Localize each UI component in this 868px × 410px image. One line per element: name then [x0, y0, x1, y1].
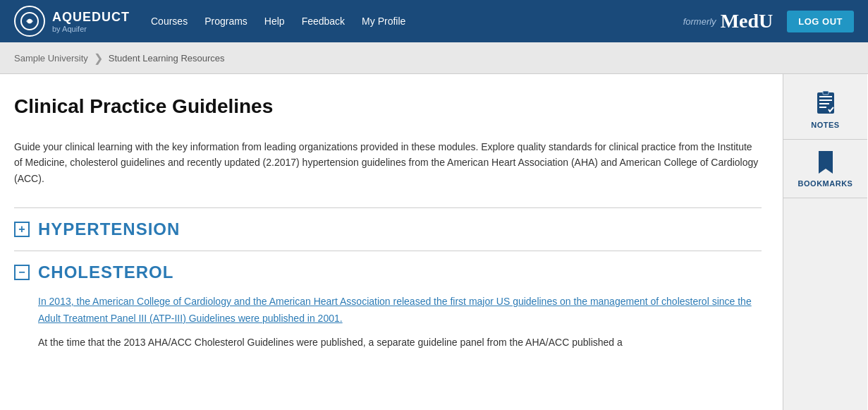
- nav-programs[interactable]: Programs: [204, 16, 247, 27]
- bookmarks-label: BOOKMARKS: [798, 179, 853, 188]
- logo-icon: [14, 6, 45, 37]
- cholesterol-content: In 2013, the American College of Cardiol…: [14, 282, 762, 350]
- right-sidebar: NOTES BOOKMARKS: [783, 74, 867, 410]
- nav-my-profile[interactable]: My Profile: [362, 16, 405, 27]
- cholesterol-toggle[interactable]: −: [14, 265, 30, 280]
- logo-area: AQUEDUCT by Aquifer: [14, 6, 130, 37]
- formerly-label: formerly: [683, 16, 716, 27]
- main-nav: Courses Programs Help Feedback My Profil…: [151, 16, 405, 27]
- hypertension-toggle[interactable]: +: [14, 222, 30, 237]
- breadcrumb-university[interactable]: Sample University: [14, 53, 88, 64]
- page-description: Guide your clinical learning with the ke…: [14, 139, 762, 186]
- svg-rect-4: [819, 100, 832, 101]
- page-title: Clinical Practice Guidelines: [14, 95, 762, 125]
- notes-label: NOTES: [811, 121, 839, 129]
- cholesterol-section-header[interactable]: − CHOLESTEROL: [14, 263, 762, 282]
- content-area: Clinical Practice Guidelines Guide your …: [0, 74, 783, 410]
- header-left: AQUEDUCT by Aquifer Courses Programs Hel…: [14, 6, 405, 37]
- logo-text: AQUEDUCT by Aquifer: [52, 10, 130, 33]
- logo-byaquifer-text: by Aquifer: [52, 25, 130, 33]
- formerly-medu: formerly MedU: [683, 10, 774, 32]
- nav-feedback[interactable]: Feedback: [302, 16, 345, 27]
- breadcrumb-separator: ❯: [94, 52, 103, 65]
- breadcrumb-bar: Sample University ❯ Student Learning Res…: [0, 42, 868, 74]
- logo-aqueduct-text: AQUEDUCT: [52, 10, 130, 25]
- nav-help[interactable]: Help: [264, 16, 285, 27]
- cholesterol-link[interactable]: In 2013, the American College of Cardiol…: [38, 294, 762, 327]
- hypertension-section-header[interactable]: + HYPERTENSION: [14, 219, 762, 239]
- svg-rect-7: [823, 91, 829, 95]
- sidebar-bookmarks[interactable]: BOOKMARKS: [783, 140, 867, 198]
- svg-rect-5: [819, 103, 829, 104]
- breadcrumb: Sample University ❯ Student Learning Res…: [14, 52, 225, 65]
- logout-button[interactable]: LOG OUT: [787, 11, 854, 32]
- sidebar-notes[interactable]: NOTES: [783, 81, 867, 140]
- svg-rect-3: [819, 96, 832, 97]
- hypertension-title: HYPERTENSION: [38, 219, 180, 239]
- cholesterol-title: CHOLESTEROL: [38, 263, 173, 282]
- bookmark-icon: [813, 150, 838, 175]
- breadcrumb-current: Student Learning Resources: [109, 53, 225, 64]
- medu-label: MedU: [721, 10, 774, 32]
- svg-point-1: [27, 19, 32, 23]
- cholesterol-body-text: At the time that the 2013 AHA/ACC Choles…: [38, 334, 762, 350]
- notes-icon: [813, 91, 838, 116]
- main-container: Clinical Practice Guidelines Guide your …: [0, 74, 868, 410]
- main-header: AQUEDUCT by Aquifer Courses Programs Hel…: [0, 0, 868, 42]
- svg-rect-6: [819, 107, 826, 108]
- header-right: formerly MedU LOG OUT: [683, 10, 854, 32]
- hypertension-section: + HYPERTENSION: [14, 207, 762, 251]
- cholesterol-section: − CHOLESTEROL In 2013, the American Coll…: [14, 251, 762, 361]
- nav-courses[interactable]: Courses: [151, 16, 188, 27]
